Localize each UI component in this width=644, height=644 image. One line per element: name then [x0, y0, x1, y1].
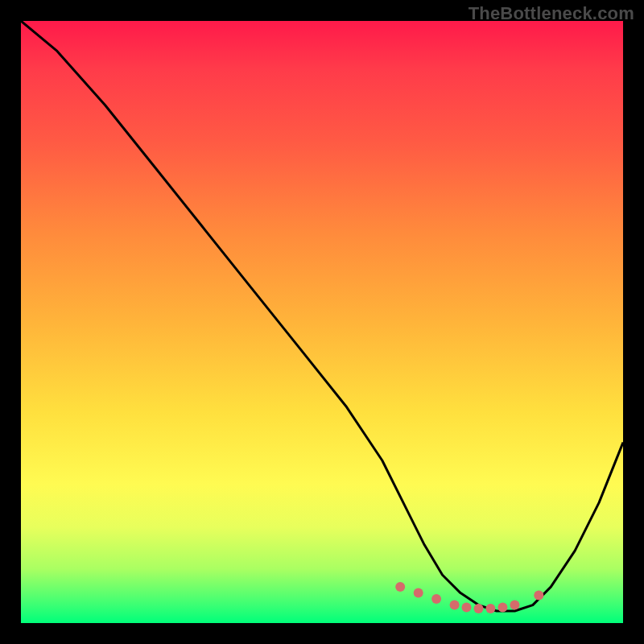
marker-dot: [510, 601, 519, 610]
marker-dot: [497, 603, 507, 613]
bottleneck-curve: [21, 21, 623, 611]
marker-dot: [485, 604, 495, 613]
marker-dot: [431, 594, 441, 604]
marker-dot: [450, 601, 460, 610]
chart-svg: [21, 21, 623, 623]
marker-dot: [534, 591, 543, 601]
chart-frame: TheBottleneck.com: [0, 0, 644, 644]
marker-dot: [395, 582, 405, 592]
chart-plot-area: [21, 21, 623, 623]
marker-dot: [474, 604, 484, 613]
marker-dot: [462, 603, 472, 613]
watermark-text: TheBottleneck.com: [469, 3, 634, 24]
marker-dot: [414, 588, 423, 598]
